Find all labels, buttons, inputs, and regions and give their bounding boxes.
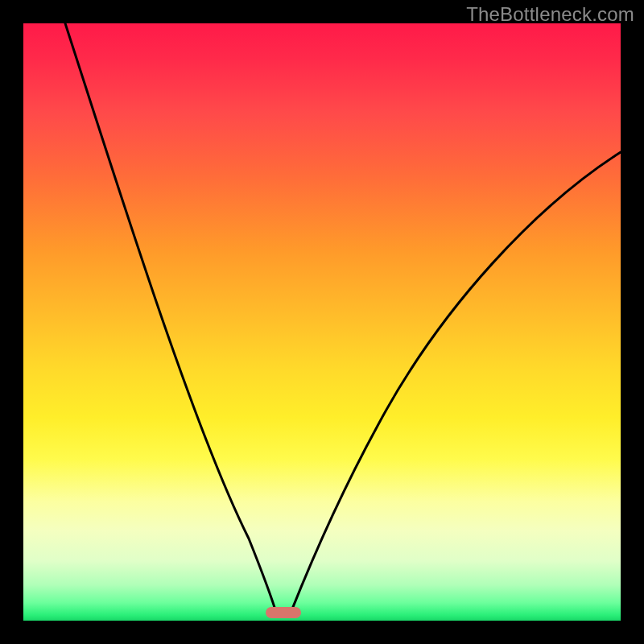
bottleneck-curve xyxy=(23,23,621,621)
curve-right xyxy=(290,152,621,615)
optimal-marker xyxy=(266,607,301,618)
watermark-text: TheBottleneck.com xyxy=(466,3,634,26)
bottleneck-chart xyxy=(23,23,621,621)
curve-left xyxy=(65,23,277,615)
